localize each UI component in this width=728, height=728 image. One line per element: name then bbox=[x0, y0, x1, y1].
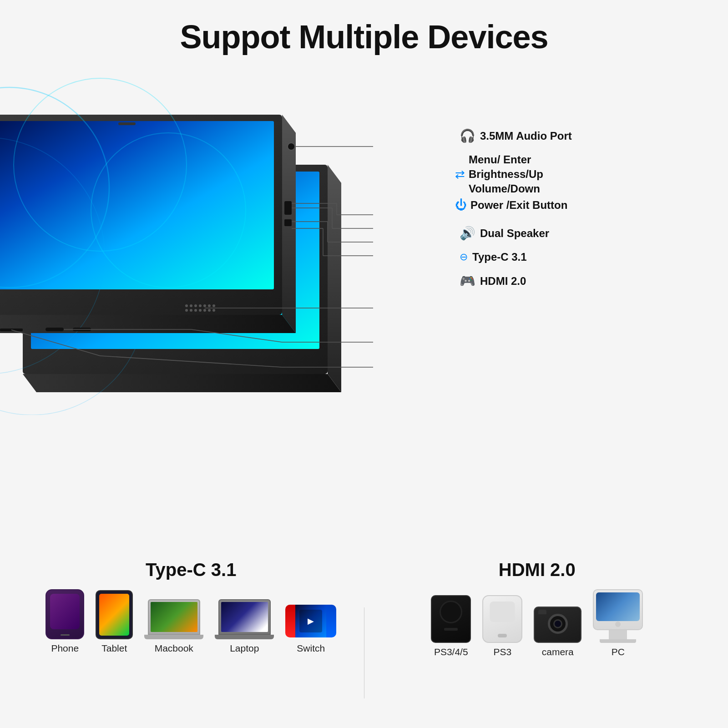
volume-text: Volume/Down bbox=[469, 182, 543, 195]
switch-label: Switch bbox=[297, 643, 325, 654]
gamepad-icon: 🎮 bbox=[460, 273, 475, 288]
hdmi-devices-row: PS3/4/5 PS3 bbox=[431, 589, 643, 657]
svg-point-21 bbox=[199, 304, 202, 307]
power-icon: ⏻ bbox=[455, 198, 467, 212]
device-ps345: PS3/4/5 bbox=[431, 595, 471, 657]
svg-point-29 bbox=[203, 309, 206, 312]
typec-label: ⊖ Type-C 3.1 bbox=[455, 251, 728, 263]
svg-point-19 bbox=[190, 304, 192, 307]
power-text: Power /Exit Button bbox=[470, 199, 567, 212]
svg-rect-17 bbox=[118, 122, 136, 125]
audio-port-label: 🎧 3.5MM Audio Port bbox=[455, 128, 728, 143]
macbook-label: Macbook bbox=[155, 643, 193, 654]
svg-rect-35 bbox=[46, 328, 64, 331]
speaker-text: Dual Speaker bbox=[480, 227, 549, 240]
hdmi-label: 🎮 HDMI 2.0 bbox=[455, 273, 728, 288]
typec-text: Type-C 3.1 bbox=[472, 251, 527, 263]
brightness-text: Brightness/Up bbox=[469, 168, 543, 181]
ps3-label: PS3 bbox=[493, 647, 511, 657]
hdmi-text: HDMI 2.0 bbox=[480, 275, 526, 288]
svg-point-23 bbox=[208, 304, 211, 307]
svg-point-27 bbox=[194, 309, 197, 312]
device-ps3: PS3 bbox=[482, 595, 522, 657]
svg-point-25 bbox=[185, 309, 188, 312]
svg-point-18 bbox=[185, 304, 188, 307]
callouts-container: 🎧 3.5MM Audio Port ⇄ Menu/ Enter Brightn… bbox=[455, 83, 728, 298]
svg-marker-0 bbox=[23, 374, 341, 392]
svg-point-20 bbox=[194, 304, 197, 307]
camera-label: camera bbox=[542, 647, 574, 657]
typec-devices-group: Type-C 3.1 Phone Tablet bbox=[27, 560, 355, 654]
speaker-icon: 🔊 bbox=[460, 226, 475, 241]
tablet-label: Tablet bbox=[101, 643, 127, 654]
category-divider bbox=[364, 607, 364, 698]
monitor-section: 🎧 3.5MM Audio Port ⇄ Menu/ Enter Brightn… bbox=[0, 65, 728, 438]
svg-marker-1 bbox=[328, 165, 341, 392]
headphones-icon: 🎧 bbox=[460, 128, 475, 143]
pc-label: PC bbox=[612, 647, 625, 657]
laptop-label: Laptop bbox=[230, 643, 259, 654]
device-tablet: Tablet bbox=[96, 590, 133, 654]
device-phone: Phone bbox=[46, 589, 84, 654]
device-laptop: Laptop bbox=[215, 599, 274, 654]
page-title: Suppot Multiple Devices bbox=[0, 0, 728, 56]
device-camera: camera bbox=[534, 607, 581, 657]
device-switch: ▶ Switch bbox=[285, 603, 336, 654]
device-macbook: Macbook bbox=[144, 599, 203, 654]
phone-label: Phone bbox=[51, 643, 79, 654]
svg-point-22 bbox=[203, 304, 206, 307]
svg-marker-9 bbox=[0, 315, 296, 333]
ps345-label: PS3/4/5 bbox=[434, 647, 468, 657]
typec-category-title: Type-C 3.1 bbox=[146, 560, 236, 580]
svg-rect-12 bbox=[0, 121, 274, 289]
svg-rect-33 bbox=[284, 201, 292, 215]
usb-icon: ⊖ bbox=[460, 251, 468, 263]
svg-point-24 bbox=[212, 304, 215, 307]
audio-port-text: 3.5MM Audio Port bbox=[480, 130, 572, 142]
svg-point-30 bbox=[208, 309, 211, 312]
devices-section: Type-C 3.1 Phone Tablet bbox=[0, 560, 728, 719]
speaker-label: 🔊 Dual Speaker bbox=[455, 226, 728, 241]
svg-point-31 bbox=[212, 309, 215, 312]
hdmi-devices-group: HDMI 2.0 PS3/4/5 PS3 bbox=[374, 560, 701, 657]
device-pc: PC bbox=[593, 589, 643, 657]
menu-enter-text: Menu/ Enter bbox=[469, 153, 543, 166]
typec-devices-row: Phone Tablet bbox=[46, 589, 336, 654]
hdmi-category-title: HDMI 2.0 bbox=[499, 560, 576, 580]
svg-rect-34 bbox=[284, 219, 292, 226]
arrows-icon: ⇄ bbox=[455, 167, 465, 182]
svg-point-32 bbox=[288, 143, 295, 150]
svg-point-26 bbox=[190, 309, 192, 312]
svg-point-28 bbox=[199, 309, 202, 312]
monitor-illustration bbox=[0, 74, 373, 415]
